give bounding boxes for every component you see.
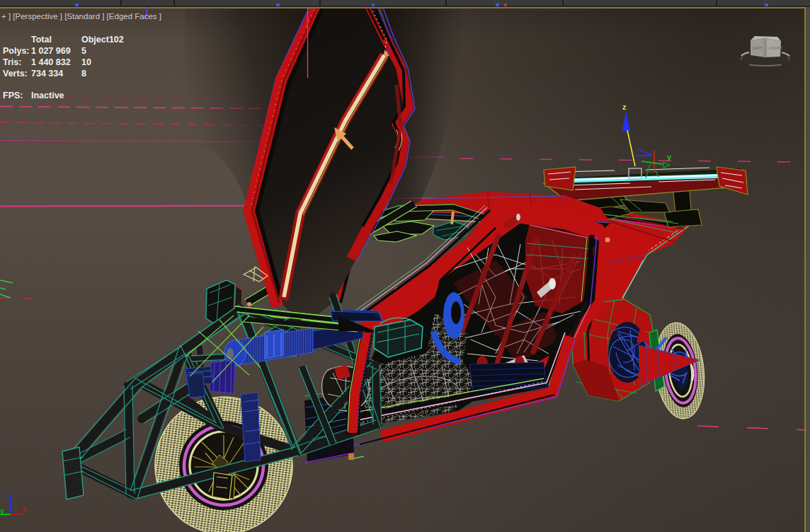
svg-text:z: z	[8, 491, 11, 499]
svg-text:X: X	[22, 506, 27, 514]
svg-text:1 027 969: 1 027 969	[31, 46, 71, 56]
svg-text:Verts:: Verts:	[3, 69, 28, 79]
svg-text:8: 8	[81, 69, 86, 79]
svg-text:z: z	[622, 103, 627, 111]
svg-text:10: 10	[81, 57, 91, 67]
svg-text:1 440 832: 1 440 832	[31, 57, 71, 67]
svg-text:Total: Total	[31, 35, 52, 45]
svg-text:Polys:: Polys:	[3, 46, 30, 56]
svg-text:734 334: 734 334	[31, 69, 63, 79]
svg-text:+ ] [Perspective ] [Standard ]: + ] [Perspective ] [Standard ] [Edged Fa…	[1, 12, 161, 21]
svg-text:FPS:: FPS:	[3, 91, 23, 100]
svg-text:FRONT: FRONT	[769, 46, 782, 50]
svg-text:y: y	[0, 507, 4, 515]
svg-text:Object102: Object102	[81, 35, 124, 45]
svg-text:Tris:: Tris:	[3, 57, 21, 67]
svg-text:LEFT: LEFT	[753, 46, 763, 50]
svg-text:Inactive: Inactive	[31, 91, 64, 100]
svg-text:5: 5	[81, 46, 86, 56]
svg-text:y: y	[667, 153, 672, 161]
